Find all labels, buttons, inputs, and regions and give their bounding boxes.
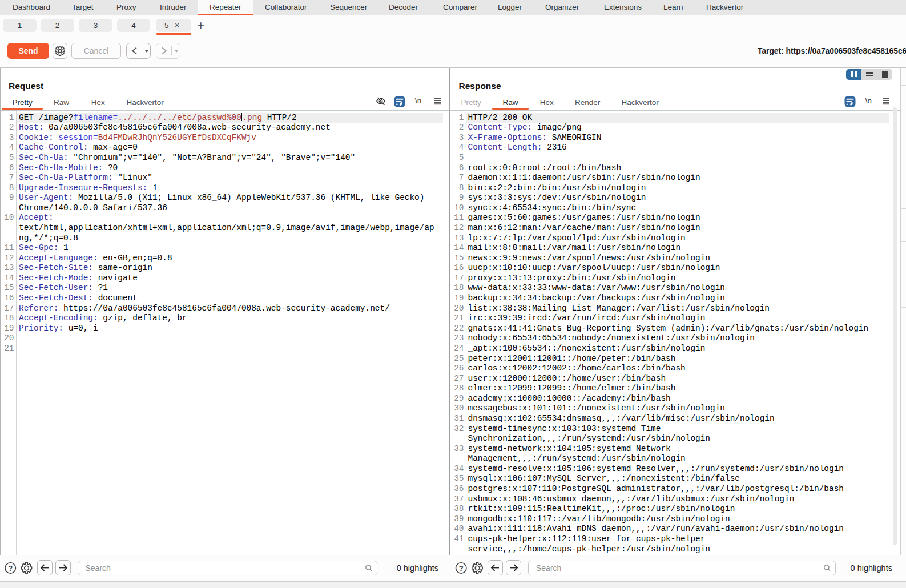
svg-text:?: ? xyxy=(459,564,464,573)
